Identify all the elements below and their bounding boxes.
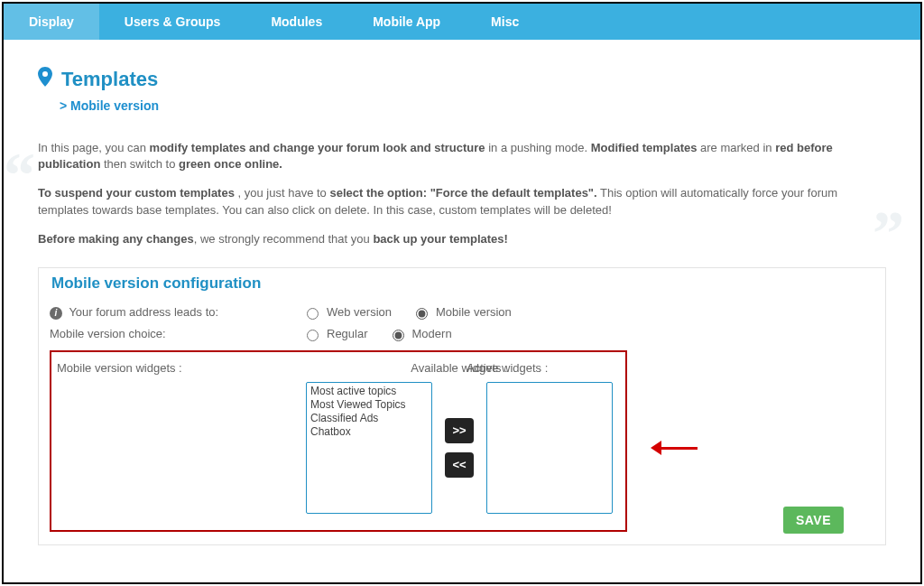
tab-modules[interactable]: Modules xyxy=(245,4,347,40)
widgets-highlight-box: Mobile version widgets : Available widge… xyxy=(50,350,627,532)
intro-text: “ In this page, you can modify templates… xyxy=(38,140,886,247)
save-button[interactable]: SAVE xyxy=(783,507,844,534)
radio-regular[interactable]: Regular xyxy=(302,327,368,341)
move-right-button[interactable]: >> xyxy=(445,418,474,443)
leads-to-radio-group: Web version Mobile version xyxy=(302,305,512,320)
mobile-config-section: Mobile version configuration i Your foru… xyxy=(38,267,886,545)
info-icon[interactable]: i xyxy=(50,307,62,320)
breadcrumb[interactable]: > Mobile version xyxy=(60,98,886,113)
move-left-button[interactable]: << xyxy=(445,452,474,478)
widgets-label: Mobile version widgets : xyxy=(57,361,279,514)
location-pin-icon xyxy=(38,67,52,91)
quote-open-icon: “ xyxy=(4,156,35,194)
top-nav: Display Users & Groups Modules Mobile Ap… xyxy=(4,4,920,40)
leads-to-label: Your forum address leads to: xyxy=(69,305,218,319)
available-widgets-list[interactable]: Most active topicsMost Viewed TopicsClas… xyxy=(306,382,432,514)
available-widgets-head: Available widgets : xyxy=(306,361,613,375)
tab-users-groups[interactable]: Users & Groups xyxy=(99,4,246,40)
tab-mobile-app[interactable]: Mobile App xyxy=(347,4,466,40)
radio-mobile-version[interactable]: Mobile version xyxy=(411,305,512,320)
section-title: Mobile version configuration xyxy=(48,274,264,293)
breadcrumb-mobile-version: Mobile version xyxy=(70,98,159,113)
active-widgets-head: Active widgets : xyxy=(467,361,548,375)
page-title: Templates xyxy=(61,68,158,91)
annotation-arrow-icon xyxy=(647,439,710,457)
active-widgets-list[interactable] xyxy=(486,382,613,514)
chevron-right-icon: > xyxy=(60,98,67,113)
choice-radio-group: Regular Modern xyxy=(302,327,452,341)
choice-label: Mobile version choice: xyxy=(50,327,302,340)
tab-display[interactable]: Display xyxy=(4,4,99,40)
radio-modern[interactable]: Modern xyxy=(388,327,452,341)
tab-misc[interactable]: Misc xyxy=(466,4,544,40)
quote-close-icon: ” xyxy=(873,215,904,253)
radio-web-version[interactable]: Web version xyxy=(302,305,392,320)
